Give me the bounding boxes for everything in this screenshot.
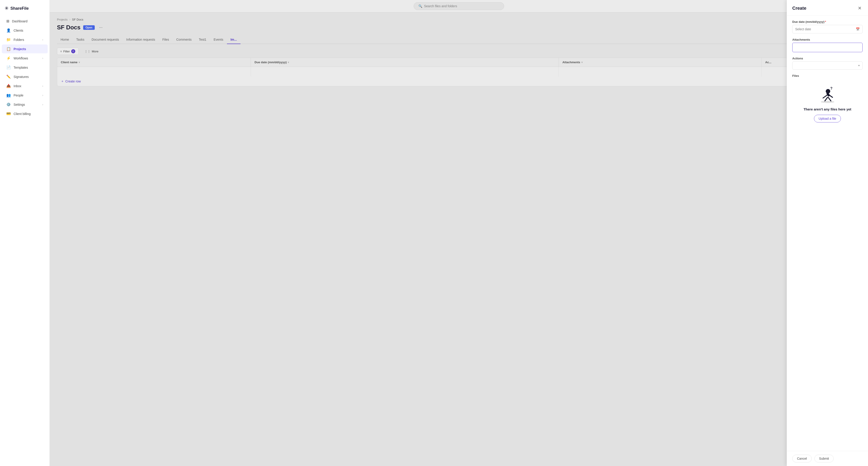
- sidebar-label-folders: Folders: [13, 38, 24, 41]
- panel-header: Create ✕: [787, 0, 868, 15]
- tab-im[interactable]: Im...: [227, 35, 241, 44]
- sidebar-nav: ⊞ Dashboard 👤 Clients 📁 Folders › 📋 Proj…: [0, 17, 50, 462]
- chevron-down-icon: ▾: [858, 64, 860, 67]
- sidebar-label-people: People: [13, 94, 24, 97]
- svg-line-5: [825, 97, 828, 101]
- content-area: Projects > SF Docs SF Docs Open ··· Home…: [50, 12, 868, 466]
- chevron-right-icon: ›: [42, 103, 43, 106]
- files-empty-illustration: ?: [816, 84, 839, 104]
- submit-button[interactable]: Submit: [814, 455, 834, 462]
- attachments-label: Attachments: [792, 38, 863, 41]
- search-placeholder: Search files and folders: [424, 4, 457, 8]
- sidebar-label-inbox: Inbox: [13, 84, 21, 88]
- upload-file-button[interactable]: Upload a file: [814, 115, 841, 123]
- sidebar-item-inbox[interactable]: 📥 Inbox ›: [2, 81, 48, 90]
- breadcrumb-parent[interactable]: Projects: [57, 18, 68, 21]
- page-title: SF Docs: [57, 24, 81, 31]
- due-date-label: Due date (mm/dd/yyyy)*: [792, 20, 863, 24]
- topbar: 🔍 Search files and folders: [50, 0, 868, 12]
- sidebar-item-templates[interactable]: 📄 Templates: [2, 63, 48, 72]
- sidebar-item-signatures[interactable]: ✏️ Signatures: [2, 72, 48, 81]
- tab-home[interactable]: Home: [57, 35, 72, 44]
- col-attachments-label: Attachments: [562, 61, 580, 64]
- sidebar-label-signatures: Signatures: [13, 75, 29, 78]
- files-empty-text: There aren't any files here yet: [804, 107, 851, 111]
- billing-icon: 💳: [6, 111, 11, 116]
- sidebar-item-projects[interactable]: 📋 Projects: [2, 44, 48, 53]
- sidebar: ✳ ShareFile ⊞ Dashboard 👤 Clients 📁 Fold…: [0, 0, 50, 466]
- toolbar-more-button[interactable]: ⋮⋮ More: [81, 48, 102, 55]
- sidebar-label-clients: Clients: [13, 29, 23, 32]
- templates-icon: 📄: [6, 65, 11, 70]
- col-attachments[interactable]: Attachments ∨: [559, 58, 761, 67]
- sidebar-item-people[interactable]: 👥 People ›: [2, 91, 48, 100]
- tab-test1[interactable]: Test1: [195, 35, 210, 44]
- sidebar-item-clients[interactable]: 👤 Clients: [2, 26, 48, 35]
- svg-line-6: [828, 97, 831, 101]
- sort-icon: ∨: [287, 61, 289, 64]
- plus-icon: ＋: [61, 79, 64, 84]
- due-date-field-group: Due date (mm/dd/yyyy)* 📅: [792, 20, 863, 33]
- sidebar-item-dashboard[interactable]: ⊞ Dashboard: [2, 17, 48, 26]
- table-container: Client name ∨ Due date (mm/dd/yyyy) ∨: [57, 58, 861, 86]
- filter-count-badge: 0: [71, 49, 75, 53]
- data-table: Client name ∨ Due date (mm/dd/yyyy) ∨: [57, 58, 861, 76]
- sidebar-item-client-billing[interactable]: 💳 Client billing: [2, 109, 48, 118]
- panel-title: Create: [792, 6, 806, 11]
- actions-select[interactable]: ▾: [792, 61, 863, 70]
- sidebar-label-settings: Settings: [13, 103, 25, 106]
- inbox-icon: 📥: [6, 84, 11, 88]
- chevron-right-icon: ›: [42, 57, 43, 60]
- projects-icon: 📋: [6, 47, 11, 51]
- tab-files[interactable]: Files: [159, 35, 173, 44]
- chevron-right-icon: ›: [42, 38, 43, 41]
- settings-icon: ⚙️: [6, 102, 11, 107]
- chevron-right-icon: ›: [42, 94, 43, 97]
- tab-tasks[interactable]: Tasks: [72, 35, 88, 44]
- table-header-row: Client name ∨ Due date (mm/dd/yyyy) ∨: [57, 58, 861, 67]
- create-row-label: Create row: [65, 79, 81, 83]
- more-icon: ⋮⋮: [85, 50, 90, 53]
- status-badge: Open: [83, 25, 95, 30]
- tab-events[interactable]: Events: [210, 35, 227, 44]
- panel-body: Due date (mm/dd/yyyy)* 📅 Attachments Act…: [787, 15, 868, 451]
- sidebar-label-templates: Templates: [13, 66, 28, 69]
- more-label: More: [92, 50, 98, 53]
- panel-close-button[interactable]: ✕: [857, 4, 863, 12]
- tab-comments[interactable]: Comments: [173, 35, 195, 44]
- sidebar-item-settings[interactable]: ⚙️ Settings ›: [2, 100, 48, 109]
- sort-icon: ∨: [581, 61, 583, 64]
- create-row-button[interactable]: ＋ Create row: [57, 76, 84, 86]
- svg-text:?: ?: [830, 87, 833, 90]
- dashboard-icon: ⊞: [6, 19, 9, 23]
- actions-label: Actions: [792, 57, 863, 60]
- filter-button[interactable]: ▿ Filter 0: [57, 48, 79, 55]
- more-options-button[interactable]: ···: [97, 24, 104, 31]
- breadcrumb-separator: >: [69, 18, 71, 21]
- logo-icon: ✳: [4, 5, 8, 11]
- tab-information-requests[interactable]: Information requests: [123, 35, 159, 44]
- filter-label: Filter: [63, 50, 70, 53]
- sort-icon: ∨: [79, 61, 80, 64]
- search-bar[interactable]: 🔍 Search files and folders: [414, 2, 504, 10]
- filter-icon: ▿: [60, 50, 62, 53]
- app-name: ShareFile: [10, 6, 29, 11]
- col-client-name[interactable]: Client name ∨: [57, 58, 251, 67]
- files-section: Files ?: [792, 74, 863, 127]
- table-toolbar: ▿ Filter 0 ⋮⋮ More: [57, 48, 861, 55]
- search-icon: 🔍: [418, 4, 422, 8]
- chevron-right-icon: ›: [42, 85, 43, 88]
- tab-document-requests[interactable]: Document requests: [88, 35, 123, 44]
- actions-field-group: Actions ▾: [792, 57, 863, 70]
- due-date-input[interactable]: 📅: [792, 25, 863, 33]
- due-date-text-input[interactable]: [795, 27, 856, 31]
- sidebar-item-workflows[interactable]: ⚡ Workflows ›: [2, 54, 48, 63]
- breadcrumb: Projects > SF Docs: [57, 18, 861, 21]
- cancel-button[interactable]: Cancel: [792, 455, 812, 462]
- breadcrumb-current: SF Docs: [72, 18, 84, 21]
- col-due-date[interactable]: Due date (mm/dd/yyyy) ∨: [251, 58, 559, 67]
- sidebar-label-billing: Client billing: [13, 112, 31, 115]
- sidebar-item-folders[interactable]: 📁 Folders ›: [2, 35, 48, 44]
- files-label: Files: [792, 74, 863, 77]
- attachments-input[interactable]: [792, 43, 863, 52]
